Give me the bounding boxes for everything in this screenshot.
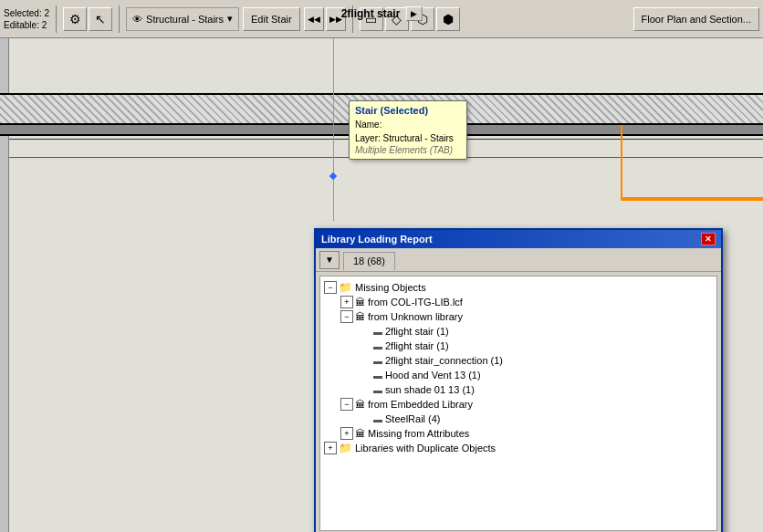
element-icon-1: [373, 325, 382, 338]
eye-icon: 👁: [132, 14, 142, 25]
folder-icon-duplicate: [339, 442, 352, 454]
tool-buttons: ⚙ ↖: [63, 7, 112, 31]
item-3-label: 2flight stair_connection (1): [385, 355, 503, 366]
tooltip-tab: Multiple Elements (TAB): [355, 145, 461, 155]
item-2-label: 2flight stair (1): [385, 340, 449, 351]
selected-label: Selected: 2: [4, 7, 49, 19]
expand-attributes[interactable]: +: [340, 427, 353, 440]
orange-vline: [621, 125, 622, 198]
lib-icon-attributes: [355, 427, 365, 440]
tooltip-name: Name:: [355, 118, 461, 131]
editable-label: Editable: 2: [4, 19, 49, 31]
expand-duplicate[interactable]: +: [324, 442, 337, 454]
nav-arrows: ◀◀ ▶▶: [304, 7, 346, 31]
from-attributes-label: Missing from Attributes: [368, 428, 469, 439]
tree-steel-rail: SteelRail (4): [324, 412, 713, 426]
dialog-menu-button[interactable]: ▼: [319, 251, 340, 269]
missing-objects-label: Missing Objects: [355, 282, 426, 293]
duplicate-libs-label: Libraries with Duplicate Objects: [355, 443, 496, 454]
tree-duplicate-libs: + Libraries with Duplicate Objects: [324, 441, 713, 455]
unknown-lib-label: from Unknown library: [368, 311, 463, 322]
chevron-down-icon: ▾: [227, 13, 233, 25]
layer-name: Structural - Stairs: [146, 14, 224, 25]
dialog-close-button[interactable]: ✕: [701, 233, 716, 245]
divider-3: [352, 5, 353, 33]
window-expand-button[interactable]: ▶: [405, 6, 422, 21]
library-loading-dialog: Library Loading Report ✕ ▼ 18 (68) − Mis…: [314, 228, 723, 532]
item-5-label: sun shade 01 13 (1): [385, 384, 475, 395]
tooltip-title: Stair (Selected): [355, 105, 461, 116]
tree-item-2: 2flight stair (1): [324, 339, 713, 353]
stair-tooltip: Stair (Selected) Name: Layer: Structural…: [349, 100, 467, 160]
element-icon-2: [373, 339, 382, 352]
lib-icon-col-itg: [355, 296, 365, 308]
tree-unknown-lib: − from Unknown library: [324, 309, 713, 324]
dialog-tree-content[interactable]: − Missing Objects + from COL-ITG-LIB.lcf…: [319, 276, 717, 531]
dialog-toolbar: ▼ 18 (68): [316, 248, 721, 272]
blue-vline: [333, 38, 334, 221]
orange-hline: [621, 199, 763, 201]
tree-col-itg: + from COL-ITG-LIB.lcf: [324, 295, 713, 309]
orange-hline-2: [621, 197, 763, 199]
folder-icon-missing: [339, 281, 352, 294]
element-icon-4: [373, 369, 382, 381]
settings-button[interactable]: ⚙: [63, 7, 87, 31]
tooltip-layer: Layer: Structural - Stairs: [355, 131, 461, 145]
expand-col-itg[interactable]: +: [340, 296, 353, 308]
expand-missing[interactable]: −: [324, 281, 337, 294]
edit-stair-button[interactable]: Edit Stair: [243, 7, 300, 31]
next-next-button[interactable]: ▶▶: [326, 7, 346, 31]
dialog-title: Library Loading Report: [321, 234, 433, 245]
prev-prev-button[interactable]: ◀◀: [304, 7, 324, 31]
lib-icon-embedded: [355, 398, 365, 411]
steel-rail-label: SteelRail (4): [385, 413, 441, 424]
col-itg-label: from COL-ITG-LIB.lcf: [368, 297, 463, 308]
tab-container: 18 (68): [343, 250, 395, 270]
tree-item-4: Hood and Vent 13 (1): [324, 368, 713, 382]
tree-item-5: sun shade 01 13 (1): [324, 382, 713, 397]
expand-embedded[interactable]: −: [340, 398, 353, 411]
lib-icon-unknown: [355, 310, 365, 323]
floor-plan-button[interactable]: Floor Plan and Section...: [633, 7, 759, 31]
tree-from-attributes: + Missing from Attributes: [324, 426, 713, 441]
divider-1: [56, 5, 57, 33]
dialog-titlebar: Library Loading Report ✕: [316, 230, 721, 248]
tree-item-1: 2flight stair (1): [324, 324, 713, 339]
layer-selector[interactable]: 👁 Structural - Stairs ▾: [126, 7, 239, 31]
view-button-1[interactable]: ▭: [360, 7, 383, 31]
tree-missing-objects: − Missing Objects: [324, 280, 713, 295]
item-1-label: 2flight stair (1): [385, 326, 449, 337]
element-icon-3: [373, 354, 382, 367]
element-icon-5: [373, 383, 382, 396]
tree-item-3: 2flight stair_connection (1): [324, 353, 713, 368]
tree-embedded-lib: − from Embedded Library: [324, 397, 713, 412]
item-4-label: Hood and Vent 13 (1): [385, 370, 481, 381]
main-toolbar: Selected: 2 Editable: 2 ⚙ ↖ 👁 Structural…: [0, 0, 763, 38]
selection-info: Selected: 2 Editable: 2: [4, 7, 49, 31]
tab-18-68[interactable]: 18 (68): [343, 252, 395, 270]
expand-unknown[interactable]: −: [340, 310, 353, 323]
embedded-lib-label: from Embedded Library: [368, 399, 473, 410]
canvas-area: Stair (Selected) Name: Layer: Structural…: [0, 38, 763, 532]
cursor-button[interactable]: ↖: [89, 7, 112, 31]
element-icon-steel: [373, 412, 382, 425]
view-button-4[interactable]: ⬢: [436, 7, 460, 31]
divider-2: [119, 5, 120, 33]
